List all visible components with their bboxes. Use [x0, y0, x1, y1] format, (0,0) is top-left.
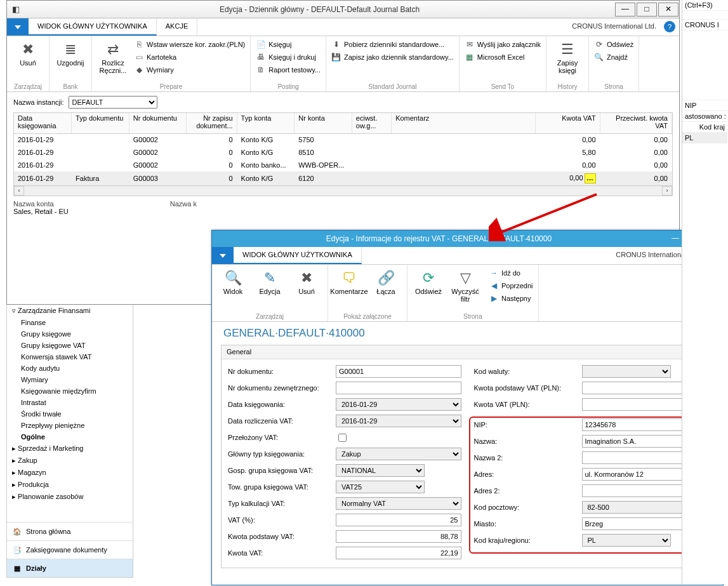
nav-item[interactable]: ▸ Planowanie zasobów: [7, 491, 133, 503]
col-bal-group[interactable]: eciwst. ow.g...: [352, 113, 391, 133]
nav-posted-docs[interactable]: 📑Zaksięgowane dokumenty: [7, 540, 133, 559]
reconcile-button[interactable]: ≣Uzgodnij: [53, 39, 88, 82]
col-acc-no[interactable]: Nr konta: [295, 113, 352, 133]
vat-amount-field[interactable]: [336, 547, 461, 559]
excel-button[interactable]: ▦Microsoft Excel: [463, 51, 542, 63]
nav-item[interactable]: ▸ Produkcja: [7, 479, 133, 491]
nav-root[interactable]: ▿ Zarządzanie Finansami: [7, 305, 133, 317]
doc-no-field[interactable]: [336, 365, 461, 378]
nav-item[interactable]: ▸ Sprzedaż i Marketing: [7, 443, 133, 455]
journal-grid[interactable]: Data księgowania Typ dokumentu Nr dokume…: [13, 112, 673, 196]
refresh-icon: ⟳: [594, 39, 604, 50]
tab-home[interactable]: WIDOK GŁÓWNY UŻYTKOWNIKA: [29, 18, 157, 36]
currency-field[interactable]: [582, 365, 671, 378]
vat-file-menu-button[interactable]: [212, 247, 234, 264]
tab-actions[interactable]: AKCJE: [157, 18, 197, 36]
posting-date-field[interactable]: 2016-01-29: [336, 398, 461, 411]
nav-departments[interactable]: ▦Działy: [7, 559, 133, 577]
nav-item[interactable]: Ogólne: [7, 431, 133, 443]
card-button[interactable]: ▭Kartoteka: [133, 51, 246, 63]
col-acc-type[interactable]: Typ konta: [237, 113, 295, 133]
test-report-button[interactable]: 🗎Raport testowy...: [255, 64, 322, 76]
nav-item[interactable]: ▸ Magazyn: [7, 467, 133, 479]
help-icon[interactable]: ?: [664, 21, 675, 32]
vat-tab-home[interactable]: WIDOK GŁÓWNY UŻYTKOWNIKA: [234, 247, 362, 264]
col-posting-date[interactable]: Data księgowania: [14, 113, 72, 133]
vat-prev-button[interactable]: ◀Poprzedni: [487, 280, 534, 291]
nav-item[interactable]: Finanse: [7, 317, 133, 328]
cell-lookup-button[interactable]: …: [585, 173, 596, 183]
file-menu-button[interactable]: [7, 18, 29, 36]
postponed-vat-checkbox[interactable]: [338, 434, 347, 442]
apply-manual-button[interactable]: ⇄Rozlicz Ręczni...: [96, 39, 130, 82]
vat-prod-group-field[interactable]: VAT25: [336, 481, 425, 493]
send-attachment-button[interactable]: ✉Wyślij jako załącznik: [463, 39, 542, 50]
vat-date-field[interactable]: 2016-01-29: [336, 415, 461, 427]
acc-name-value: Sales, Retail - EU: [13, 208, 69, 215]
company-label: CRONUS International Ltd.: [572, 18, 661, 36]
nav-home[interactable]: 🏠Strona główna: [7, 522, 133, 540]
post-print-button[interactable]: 🖶Księguj i drukuj: [255, 51, 322, 63]
table-row[interactable]: 2016-01-29G000020Konto K/G85105,800,00: [14, 146, 672, 159]
insert-rounding-button[interactable]: ⎘Wstaw wiersze kor. zaokr.(PLN): [133, 39, 246, 50]
vat-edit-button[interactable]: ✎Edycja: [253, 267, 287, 312]
vat-view-button[interactable]: 🔍Widok: [216, 267, 250, 312]
nav-item[interactable]: Księgowanie międzyfirm: [7, 385, 133, 397]
vat-goto-button[interactable]: →Idź do: [487, 267, 534, 279]
scroll-left-button[interactable]: ‹: [14, 186, 24, 196]
grid-scrollbar[interactable]: ‹ ›: [14, 185, 672, 196]
vat-links-button[interactable]: 🔗Łącza: [369, 267, 403, 312]
app-icon: ◧: [7, 4, 25, 14]
vat-notes-button[interactable]: 🗨Komentarze: [332, 267, 366, 312]
vat-window: Edycja - Informacje do rejestru VAT - GE…: [211, 230, 724, 585]
maximize-button[interactable]: □: [637, 3, 657, 17]
col-vat-amount[interactable]: Kwota VAT: [535, 113, 600, 133]
panel-title: General: [227, 348, 251, 356]
find-button[interactable]: 🔍Znajdź: [593, 51, 635, 63]
vat-page-heading: GENERAL·DEFAULT·410000: [212, 322, 723, 345]
table-row[interactable]: 2016-01-29G000020Konto banko...WWB-OPER.…: [14, 159, 672, 171]
nav-item[interactable]: Konwersja stawek VAT: [7, 351, 133, 363]
nav-item[interactable]: Przepływy pieniężne: [7, 420, 133, 431]
nav-item[interactable]: Kody audytu: [7, 363, 133, 374]
gen-posting-type-field[interactable]: Zakup: [336, 448, 461, 460]
minimize-button[interactable]: —: [615, 3, 635, 17]
nav-item[interactable]: ▸ Zakup: [7, 455, 133, 467]
vat-refresh-button[interactable]: ⟳Odśwież: [411, 267, 446, 312]
vat-bus-group-field[interactable]: NATIONAL: [336, 464, 425, 477]
vat-base-field[interactable]: [336, 530, 461, 543]
refresh-button[interactable]: ⟳Odśwież: [593, 39, 635, 50]
batch-select[interactable]: DEFAULT: [69, 96, 157, 109]
post-button[interactable]: 📄Księguj: [255, 39, 322, 50]
col-doc-type[interactable]: Typ dokumentu: [72, 113, 129, 133]
nav-item[interactable]: Wymiary: [7, 374, 133, 385]
save-std-journal-button[interactable]: 💾Zapisz jako dziennik standardowy...: [330, 51, 455, 63]
edit-icon: ✎: [260, 269, 279, 288]
table-row[interactable]: 2016-01-29G000020Konto K/G57500,000,00: [14, 133, 672, 146]
scroll-right-button[interactable]: ›: [662, 186, 672, 196]
vat-next-button[interactable]: ▶Następny: [487, 293, 534, 304]
nav-item[interactable]: Środki trwałe: [7, 408, 133, 420]
dimensions-button[interactable]: ◆Wymiary: [133, 64, 246, 76]
vat-delete-button[interactable]: ✖Usuń: [289, 267, 324, 312]
get-std-journal-button[interactable]: ⬇Pobierz dzienniki standardowe...: [330, 39, 455, 50]
ledger-entries-button[interactable]: ☰Zapisy księgi: [550, 39, 585, 82]
ext-doc-no-field[interactable]: [336, 382, 461, 394]
nav-item[interactable]: Intrastat: [7, 397, 133, 408]
nav-item[interactable]: Grupy księgowe VAT: [7, 340, 133, 351]
vat-calc-type-field[interactable]: Normalny VAT: [336, 497, 461, 510]
goto-icon: →: [489, 268, 499, 278]
table-row[interactable]: 2016-01-29FakturaG000030Konto K/G61200,0…: [14, 171, 672, 185]
vat-clear-filter-button[interactable]: ▽Wyczyść filtr: [448, 267, 482, 312]
col-comment[interactable]: Komentarz: [392, 113, 536, 133]
col-bal-vat-amount[interactable]: Przeciwst. kwota VAT: [600, 113, 672, 133]
sliver-company: CRONUS I: [682, 20, 727, 30]
vat-pct-field[interactable]: [336, 514, 461, 526]
delete-button[interactable]: ✖Usuń: [11, 39, 45, 82]
col-entry-no[interactable]: Nr zapisu dokument...: [187, 113, 237, 133]
nav-item[interactable]: Grupy księgowe: [7, 328, 133, 340]
col-doc-no[interactable]: Nr dokumentu: [129, 113, 187, 133]
sliver-nip: NIP: [682, 100, 727, 111]
close-button[interactable]: ✕: [658, 3, 678, 17]
notes-icon: 🗨: [340, 269, 359, 288]
